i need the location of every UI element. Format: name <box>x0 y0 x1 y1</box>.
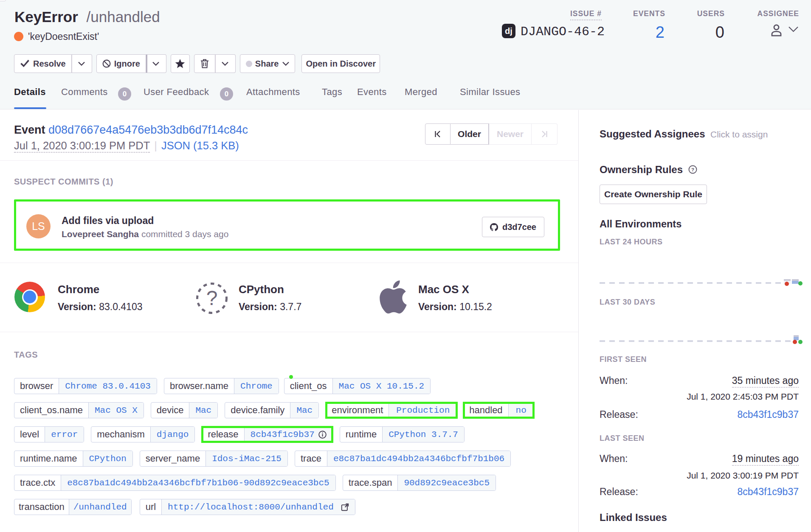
svg-text:?: ? <box>206 287 218 309</box>
svg-text:?: ? <box>691 167 694 172</box>
